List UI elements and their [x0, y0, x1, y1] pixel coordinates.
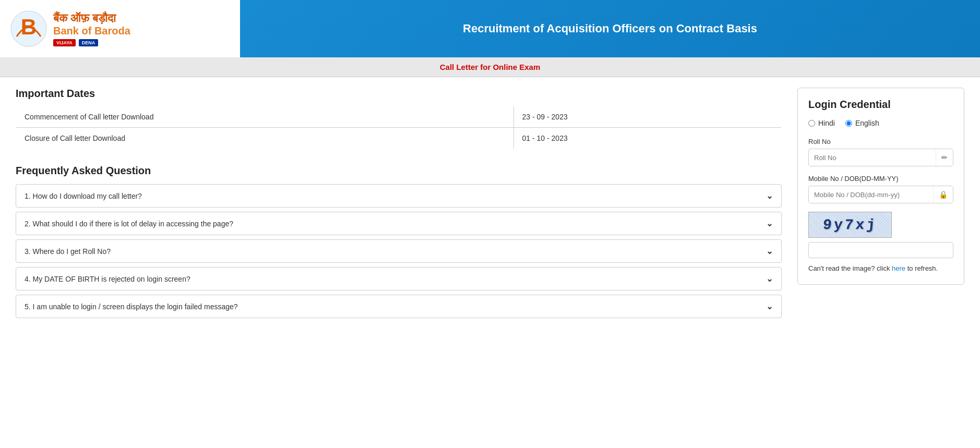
chevron-down-icon-5: ⌄ — [766, 301, 773, 311]
mobile-dob-input[interactable] — [809, 187, 933, 203]
chevron-down-icon-1: ⌄ — [766, 191, 773, 201]
important-dates-table: Commencement of Call letter Download 23 … — [16, 106, 782, 149]
login-title: Login Credential — [808, 99, 953, 111]
table-row: Closure of Call letter Download 01 - 10 … — [16, 128, 782, 149]
chevron-down-icon-3: ⌄ — [766, 246, 773, 256]
roll-no-field-wrapper: ✏ — [808, 149, 953, 166]
main-content: Important Dates Commencement of Call let… — [0, 77, 980, 448]
faq-item-5[interactable]: 5. I am unable to login / screen display… — [16, 295, 782, 318]
edit-icon: ✏ — [936, 149, 953, 166]
left-panel: Important Dates Commencement of Call let… — [16, 88, 782, 439]
header-title-area: Recruitment of Acquisition Officers on C… — [240, 22, 980, 35]
login-panel: Login Credential Hindi English Roll No ✏… — [797, 88, 964, 285]
date-label-2: Closure of Call letter Download — [16, 128, 514, 149]
date-label-1: Commencement of Call letter Download — [16, 106, 514, 128]
faq-question-1: 1. How do I download my call letter? — [25, 192, 142, 200]
english-label: English — [855, 119, 879, 127]
hindi-radio[interactable] — [808, 120, 815, 127]
hindi-option[interactable]: Hindi — [808, 119, 835, 127]
faq-item-4[interactable]: 4. My DATE OF BIRTH is rejected on login… — [16, 267, 782, 290]
faq-item-2[interactable]: 2. What should I do if there is lot of d… — [16, 212, 782, 235]
roll-no-input[interactable] — [809, 150, 936, 166]
captcha-hint-text: Can't read the image? click — [808, 264, 890, 272]
logo-area: B बैंक ऑफ़ बड़ौदा Bank of Baroda VIJAYA … — [0, 0, 240, 57]
captcha-text: 9y7xj — [822, 217, 878, 233]
captcha-refresh-hint: Can't read the image? click here to refr… — [808, 263, 953, 274]
important-dates-title: Important Dates — [16, 88, 782, 100]
logo-text: बैंक ऑफ़ बड़ौदा Bank of Baroda VIJAYA DE… — [53, 11, 130, 46]
page-title: Recruitment of Acquisition Officers on C… — [463, 22, 757, 35]
english-option[interactable]: English — [845, 119, 879, 127]
captcha-image: 9y7xj — [808, 212, 892, 238]
sub-header: Call Letter for Online Exam — [0, 57, 980, 77]
faq-question-5: 5. I am unable to login / screen display… — [25, 302, 238, 311]
captcha-input[interactable] — [808, 242, 953, 258]
sub-header-label: Call Letter for Online Exam — [440, 63, 541, 71]
mobile-dob-field-wrapper: 🔒 — [808, 186, 953, 203]
faq-question-4: 4. My DATE OF BIRTH is rejected on login… — [25, 275, 190, 283]
vijaya-badge: VIJAYA — [53, 39, 76, 46]
language-options: Hindi English — [808, 119, 953, 127]
chevron-down-icon-2: ⌄ — [766, 219, 773, 228]
logo-badges: VIJAYA DENA — [53, 39, 130, 46]
date-value-2: 01 - 10 - 2023 — [513, 128, 781, 149]
captcha-hint-suffix: to refresh. — [907, 264, 938, 272]
chevron-down-icon-4: ⌄ — [766, 274, 773, 284]
logo-hindi: बैंक ऑफ़ बड़ौदा — [53, 11, 130, 25]
roll-no-label: Roll No — [808, 138, 953, 146]
faq-item-1[interactable]: 1. How do I download my call letter? ⌄ — [16, 184, 782, 208]
table-row: Commencement of Call letter Download 23 … — [16, 106, 782, 128]
hindi-label: Hindi — [818, 119, 835, 127]
logo-english: Bank of Baroda — [53, 25, 130, 37]
bank-logo-icon: B — [10, 10, 47, 47]
lock-icon: 🔒 — [933, 186, 953, 203]
english-radio[interactable] — [845, 120, 852, 127]
faq-question-3: 3. Where do I get Roll No? — [25, 247, 111, 256]
page-header: B बैंक ऑफ़ बड़ौदा Bank of Baroda VIJAYA … — [0, 0, 980, 57]
mobile-dob-label: Mobile No / DOB(DD-MM-YY) — [808, 175, 953, 183]
faq-item-3[interactable]: 3. Where do I get Roll No? ⌄ — [16, 239, 782, 263]
captcha-refresh-link[interactable]: here — [892, 264, 905, 272]
faq-question-2: 2. What should I do if there is lot of d… — [25, 220, 233, 228]
faq-title: Frequently Asked Question — [16, 165, 782, 177]
dena-badge: DENA — [79, 39, 99, 46]
date-value-1: 23 - 09 - 2023 — [513, 106, 781, 128]
